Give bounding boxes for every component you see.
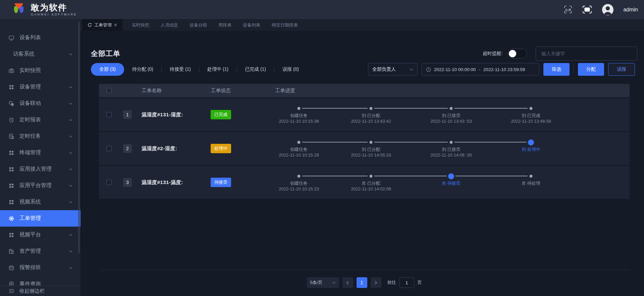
page-size-select[interactable]: 5条/页 [307,277,339,288]
table-row: 3 温湿度#131-温度: 待接受 创建任务 2022-11-10 10:15:… [99,166,630,199]
select-all-checkbox[interactable] [106,88,112,93]
date-range-picker[interactable]: 2022-11-10 00:00:00 - 2022-11-10 23:59:5… [422,63,539,76]
gear-icon [8,216,14,222]
chevron-down-icon [69,250,72,252]
brand: 敢为软件 GANWEI SOFTWARE [0,2,77,17]
filter-completed[interactable]: 已完成 (1) [237,66,274,72]
misreport-button[interactable]: 误报 [608,63,635,76]
title-right-controls: 超时提醒: [483,47,637,61]
sidebar-item-scheduled-reports[interactable]: 定时报表 [0,112,80,128]
timeline-dot [450,107,453,110]
username[interactable]: admin [623,7,638,13]
timeline-line [302,142,368,142]
collapse-icon [8,288,14,294]
column-progress: 工单进度 [263,87,630,94]
timeline-line [454,108,528,109]
monitor-icon [8,35,14,41]
row-checkbox[interactable] [106,180,112,185]
sidebar-scrollbar[interactable] [78,22,80,253]
sidebar-menu: 设备列表 访客系统 实时快照 设备管理 [0,29,80,286]
page-title: 全部工单 [91,49,120,58]
camera-icon [8,68,14,74]
chevron-down-icon [69,168,72,170]
brand-title: 敢为软件 [31,3,77,12]
goto-page-input[interactable] [399,277,414,288]
tab-workorder-management[interactable]: 工单管理 [82,19,122,31]
status-filters: 全部 (3) 待分配 (0) 待接受 (1) 处理中 (1) 已完成 (1) 误… [91,63,307,76]
timeline-dot [530,107,533,110]
sidebar-item-event-query[interactable]: 事件查询 [0,276,80,286]
sidebar-item-app-access-management[interactable]: 应用接入管理 [0,161,80,177]
sidebar-item-alarm-scheduling[interactable]: 报警排班 [0,259,80,276]
sidebar-item-device-linkage[interactable]: 设备联动 [0,95,80,112]
row-checkbox[interactable] [106,112,112,117]
timeline-dot [298,141,301,144]
sidebar-item-device-management[interactable]: 设备管理 [0,79,80,95]
asset-icon [8,248,14,254]
sidebar-item-realtime-snapshot[interactable]: 实时快照 [0,62,80,79]
overtime-reminder-label: 超时提醒: [483,51,503,57]
calendar-icon [8,265,14,271]
owner-select[interactable]: 全部负责人 [368,63,418,76]
filter-misreport[interactable]: 误报 (0) [274,66,307,72]
tab-device-group[interactable]: 设备分组 [190,22,207,28]
refresh-icon [88,23,92,27]
chevron-down-icon [332,282,336,284]
timeline-line [302,176,368,176]
workorder-table: 工单名称 工单状态 工单进度 1 温湿度#131-湿度: 已完成 创建任务 2 [99,84,630,288]
chevron-down-icon [69,53,72,55]
clock-icon [426,67,431,72]
pagination: 5条/页 1 前往 页 [99,277,630,288]
workorder-name: 温湿度#131-湿度: [136,112,208,118]
row-checkbox[interactable] [106,146,112,151]
chevron-down-icon [410,68,413,71]
sidebar-item-visitor-system[interactable]: 访客系统 [0,46,80,62]
grid-icon [8,199,14,205]
chevron-down-icon [69,185,72,187]
filter-pending-accept[interactable]: 待接受 (1) [162,66,199,72]
progress-timeline: 创建任务 2022-11-10 10:15:36 刘 已分配 2022-11-1… [263,98,630,131]
current-page-button[interactable]: 1 [357,277,367,288]
row-index: 3 [123,178,132,187]
ganwei-logo-icon [11,2,26,17]
sidebar-item-scheduled-tasks[interactable]: 定时任务 [0,128,80,144]
brand-text: 敢为软件 GANWEI SOFTWARE [31,3,77,16]
sidebar-item-asset-management[interactable]: 资产管理 [0,243,80,259]
sidebar-item-video-system[interactable]: 视频系统 [0,194,80,210]
date-separator: - [479,67,480,72]
filter-all[interactable]: 全部 (3) [91,63,124,76]
timeline-dot [530,175,533,178]
prev-page-button[interactable] [342,277,353,288]
filter-button[interactable]: 筛选 [543,63,570,76]
top-navbar: 敢为软件 GANWEI SOFTWARE 全屏 [0,0,644,19]
tab-realtime-snapshot[interactable]: 实时快照 [132,22,149,28]
timeline-line [374,176,447,176]
button-divider [574,66,574,73]
overtime-toggle[interactable] [507,49,527,59]
collapse-sidebar-button[interactable]: 收起侧边栏 [0,286,80,296]
sidebar-item-device-list[interactable]: 设备列表 [0,29,80,46]
grid-icon [8,84,14,90]
filter-processing[interactable]: 处理中 (1) [199,66,236,72]
controls-row: 全部 (3) 待分配 (0) 待接受 (1) 处理中 (1) 已完成 (1) 误… [91,63,635,76]
assign-button[interactable]: 分配 [578,63,604,76]
timeline-dot [298,175,301,178]
fullscreen-label-icon[interactable]: 全屏 [564,5,573,14]
tab-device-list[interactable]: 设备列表 [243,22,260,28]
chevron-down-icon [69,135,72,137]
tab-week-schedule[interactable]: 周排表 [218,22,231,28]
sidebar-item-video-platform[interactable]: 视频平台 [0,227,80,243]
next-page-button[interactable] [371,277,381,288]
expand-screen-icon[interactable] [582,5,592,14]
sidebar-item-terminal-management[interactable]: 终端管理 [0,144,80,161]
tab-personnel-info[interactable]: 人员信息 [161,22,178,28]
status-badge: 已完成 [211,110,231,119]
close-icon[interactable] [114,23,117,26]
right-controls: 全部负责人 2022-11-10 00:00:00 - 2022-11-10 2… [368,63,635,76]
sidebar-item-app-platform-management[interactable]: 应用平台管理 [0,177,80,194]
tab-specific-date-schedule[interactable]: 特定日期排表 [272,22,298,28]
keyword-search-input[interactable] [536,51,637,56]
sidebar-item-workorder-management[interactable]: 工单管理 [0,210,80,227]
filter-unassigned[interactable]: 待分配 (0) [124,66,161,72]
user-avatar[interactable] [602,4,614,16]
